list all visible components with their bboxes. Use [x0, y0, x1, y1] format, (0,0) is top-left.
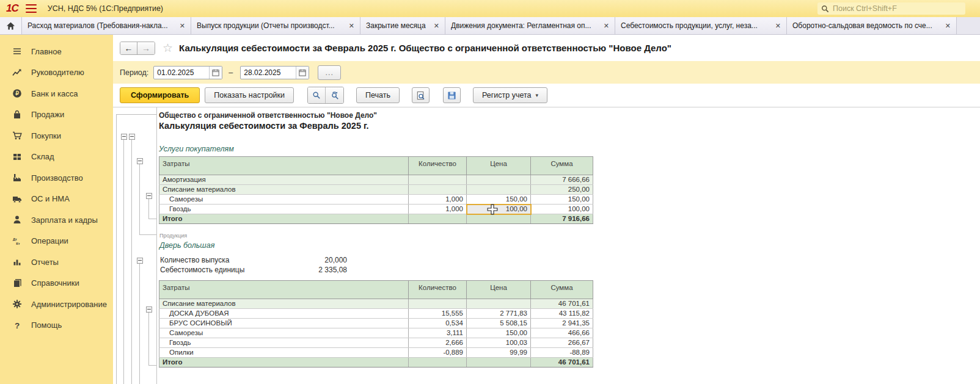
tab-4[interactable]: Движения документа: Регламентная оп...✕ [445, 17, 615, 34]
back-button[interactable]: ← [120, 42, 137, 54]
column-header[interactable]: Затраты [159, 281, 409, 299]
favorite-star-icon[interactable]: ☆ [163, 41, 173, 55]
collapse-button[interactable] [121, 134, 127, 140]
table-cell[interactable] [409, 358, 467, 368]
table-cell[interactable] [409, 214, 467, 224]
table-cell[interactable] [409, 185, 467, 195]
generate-button[interactable]: Сформировать [120, 87, 200, 103]
period-to-value[interactable]: 28.02.2025 [241, 68, 296, 77]
column-header[interactable]: Количество [409, 157, 467, 175]
table-cell[interactable]: Списание материалов [159, 185, 409, 195]
table-cell[interactable]: ДОСКА ДУБОВАЯ [159, 309, 409, 319]
collapse-button[interactable] [129, 134, 135, 140]
table-cell[interactable]: 150,00 [531, 195, 593, 205]
product-field-row[interactable]: Количество выпуска20,000 [160, 256, 347, 264]
table-cell[interactable]: -0,889 [409, 348, 467, 358]
print-button[interactable]: Печать [356, 87, 400, 103]
collapse-button[interactable] [137, 158, 143, 164]
tab-close-icon[interactable]: ✕ [349, 22, 354, 30]
table-cell[interactable]: 7 666,66 [531, 175, 593, 185]
sidebar-item-menu[interactable]: Главное [0, 41, 113, 62]
sidebar-item-chart[interactable]: Отчеты [0, 252, 113, 273]
sidebar-item-person[interactable]: Зарплата и кадры [0, 209, 113, 231]
sidebar-item-gear[interactable]: Администрирование [0, 294, 113, 315]
tab-3[interactable]: Закрытие месяца✕ [360, 17, 445, 34]
table-cell[interactable] [409, 299, 467, 309]
table-cell[interactable]: 100,00 [531, 205, 593, 214]
selected-cell[interactable]: 100,00 [467, 205, 531, 214]
table-cell[interactable]: 150,00 [467, 195, 531, 205]
table-cell[interactable]: 2,666 [409, 338, 467, 348]
column-header[interactable]: Цена [467, 281, 531, 299]
table-cell[interactable]: 46 701,61 [531, 358, 593, 368]
table-cell[interactable]: 46 701,61 [531, 299, 593, 309]
table-cell[interactable] [467, 185, 531, 195]
sidebar-item-dtkt[interactable]: ДтКтОперации [0, 231, 113, 252]
table-cell[interactable] [467, 175, 531, 185]
column-header[interactable]: Затраты [159, 157, 409, 175]
sidebar-item-truck[interactable]: ОС и НМА [0, 189, 113, 210]
sidebar-item-warehouse[interactable]: Склад [0, 147, 113, 168]
table-cell[interactable]: 266,67 [531, 338, 593, 348]
table-cell[interactable]: 99,99 [467, 348, 531, 358]
column-header[interactable]: Сумма [531, 157, 593, 175]
period-from-value[interactable]: 01.02.2025 [154, 68, 209, 77]
table-cell[interactable]: 7 916,66 [531, 214, 593, 224]
main-menu-icon[interactable] [26, 4, 37, 13]
table-cell[interactable] [467, 358, 531, 368]
tab-1[interactable]: Расход материалов (Требования-накла...✕ [22, 17, 191, 34]
column-header[interactable]: Количество [409, 281, 467, 299]
collapse-button[interactable] [146, 193, 152, 199]
table-cell[interactable]: 2 771,83 [467, 309, 531, 319]
table-cell[interactable] [467, 299, 531, 309]
show-settings-button[interactable]: Показать настройки [205, 87, 294, 103]
print-preview-button[interactable] [412, 87, 430, 103]
sidebar-item-question[interactable]: ?Помощь [0, 315, 113, 336]
sidebar-item-books[interactable]: Справочники [0, 273, 113, 294]
table-cell[interactable] [467, 214, 531, 224]
collapse-button[interactable] [146, 306, 152, 313]
table-cell[interactable]: 100,03 [467, 338, 531, 348]
find-button[interactable] [308, 87, 326, 103]
table-cell[interactable] [409, 175, 467, 185]
period-from-field[interactable]: 01.02.2025 [153, 66, 222, 79]
sidebar-item-trend[interactable]: Руководителю [0, 62, 113, 84]
tab-5[interactable]: Себестоимость продукции, услуг, неза...✕ [615, 17, 787, 34]
forward-button[interactable]: → [137, 42, 155, 54]
table-cell[interactable]: 15,555 [409, 309, 467, 319]
column-header[interactable]: Цена [467, 157, 531, 175]
table-cell[interactable]: Гвоздь [159, 205, 409, 214]
table-cell[interactable]: 0,534 [409, 319, 467, 328]
tab-close-icon[interactable]: ✕ [775, 22, 781, 30]
table-cell[interactable]: 5 508,15 [467, 319, 531, 328]
tab-close-icon[interactable]: ✕ [180, 22, 185, 30]
period-more-button[interactable]: ... [318, 65, 341, 80]
calendar-button[interactable] [296, 67, 309, 79]
column-header[interactable]: Сумма [531, 281, 593, 299]
table-cell[interactable]: Гвоздь [159, 338, 409, 348]
sidebar-item-ruble[interactable]: ₽Банк и касса [0, 83, 113, 104]
table-cell[interactable]: Саморезы [159, 195, 409, 205]
global-search-input[interactable]: Поиск Ctrl+Shift+F [817, 2, 965, 15]
table-cell[interactable]: 250,00 [531, 185, 593, 195]
tab-close-icon[interactable]: ✕ [434, 22, 439, 30]
table-cell[interactable]: 150,00 [467, 328, 531, 338]
product-field-row[interactable]: Себестоимость единицы2 335,08 [160, 266, 347, 274]
collapse-button[interactable] [137, 258, 143, 264]
home-tab[interactable] [0, 17, 22, 34]
save-button[interactable] [443, 87, 461, 103]
sidebar-item-factory[interactable]: Производство [0, 167, 113, 189]
find-next-button[interactable] [326, 87, 343, 103]
table-cell[interactable]: -88,89 [531, 348, 593, 358]
table-cell[interactable]: 2 941,35 [531, 319, 593, 328]
table-cell[interactable]: 43 115,82 [531, 309, 593, 319]
table-cell[interactable]: Списание материалов [159, 299, 409, 309]
tab-2[interactable]: Выпуск продукции (Отчеты производст...✕ [191, 17, 360, 34]
table-cell[interactable]: 3,111 [409, 328, 467, 338]
table-cell[interactable]: БРУС ОСИНОВЫЙ [159, 319, 409, 328]
table-cell[interactable]: 466,66 [531, 328, 593, 338]
tab-close-icon[interactable]: ✕ [945, 22, 951, 30]
register-dropdown-button[interactable]: Регистр учета▾ [473, 87, 547, 103]
calendar-button[interactable] [209, 67, 222, 79]
table-cell[interactable]: Амортизация [159, 175, 409, 185]
